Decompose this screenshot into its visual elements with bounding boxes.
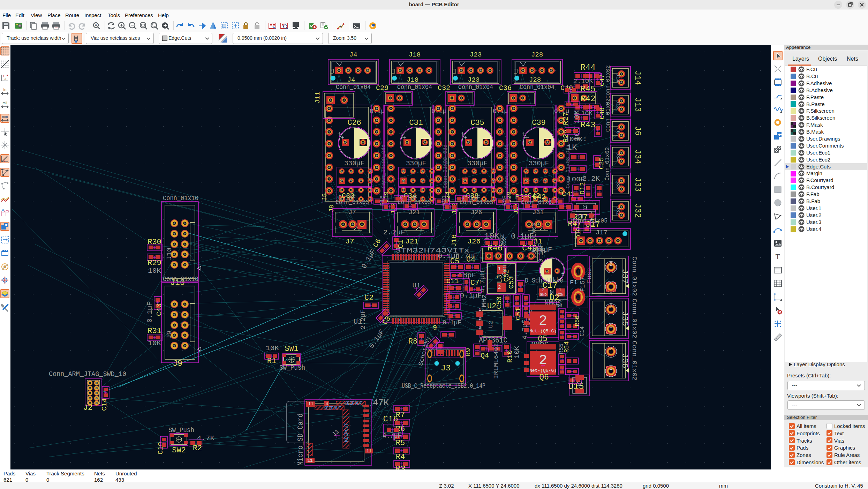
svg-text:+: + — [561, 271, 565, 277]
svg-text:2.2µF: 2.2µF — [359, 309, 367, 329]
svg-text:C36: C36 — [499, 84, 512, 92]
svg-text:C51: C51 — [514, 308, 522, 320]
svg-text:100K:: 100K: — [565, 135, 587, 143]
svg-text:J35: J35 — [620, 311, 629, 326]
svg-text:KEEPOUT: KEEPOUT — [344, 423, 349, 442]
svg-text:330µF: 330µF — [467, 159, 488, 167]
svg-text:SW_Push: SW_Push — [168, 426, 194, 434]
svg-text:SW2: SW2 — [172, 446, 186, 455]
svg-text:10K: 10K — [148, 339, 161, 347]
svg-text:R44: R44 — [580, 63, 595, 72]
svg-text:J3: J3 — [441, 363, 451, 373]
svg-text:J7: J7 — [345, 238, 354, 246]
svg-text:J18: J18 — [409, 51, 421, 59]
svg-text:r: r — [3, 74, 4, 77]
svg-text:1: 1 — [576, 269, 580, 277]
svg-text:J33: J33 — [633, 177, 642, 191]
svg-text:2: 2 — [610, 262, 612, 267]
svg-text:J10: J10 — [165, 248, 173, 260]
svg-text:J13: J13 — [615, 100, 621, 109]
svg-text:J14: J14 — [615, 73, 621, 82]
svg-text:J31: J31 — [533, 209, 544, 216]
svg-text:J37: J37 — [620, 269, 629, 284]
svg-text:C39: C39 — [532, 119, 546, 127]
svg-text:in: in — [3, 88, 7, 92]
svg-text:R45: R45 — [580, 84, 595, 94]
svg-text:KEEPOUT: KEEPOUT — [324, 406, 341, 411]
svg-text:J28: J28 — [529, 76, 541, 84]
svg-text:J34: J34 — [615, 152, 621, 161]
svg-text:R27: R27 — [562, 112, 570, 125]
svg-text:C5: C5 — [450, 257, 459, 266]
svg-text:R43: R43 — [580, 120, 595, 130]
svg-text:R4: R4 — [396, 453, 405, 461]
svg-text:J23: J23 — [470, 51, 482, 59]
svg-text:9: 9 — [433, 324, 437, 332]
svg-text:J13: J13 — [633, 97, 642, 112]
svg-text:C4: C4 — [466, 255, 475, 264]
svg-text:IRLML6402: IRLML6402 — [492, 343, 500, 379]
svg-text:J34: J34 — [633, 149, 642, 164]
svg-text:2: 2 — [478, 316, 481, 321]
svg-text:R29: R29 — [148, 259, 161, 268]
svg-text:330µF: 330µF — [529, 159, 549, 167]
svg-text:F1: F1 — [570, 279, 578, 286]
svg-text:1K: 1K — [567, 143, 577, 152]
svg-text:x02: x02 — [501, 237, 508, 248]
svg-text:Conn: Conn — [501, 261, 508, 276]
svg-text:C14: C14 — [100, 398, 108, 411]
svg-text:J33: J33 — [615, 180, 621, 189]
svg-text:J14: J14 — [633, 70, 642, 85]
svg-text:mil: mil — [3, 101, 7, 105]
svg-text:2: 2 — [610, 346, 612, 352]
svg-text:2: 2 — [542, 287, 545, 293]
svg-text:Net-(Q5-G): Net-(Q5-G) — [529, 329, 557, 334]
svg-text:1: 1 — [498, 266, 501, 272]
svg-text:Conn_01x02: Conn_01x02 — [604, 147, 611, 181]
svg-text:Conn_01x10: Conn_01x10 — [163, 194, 198, 202]
svg-text:Conn_ARM_JTAG_SWD_10: Conn_ARM_JTAG_SWD_10 — [49, 370, 126, 378]
svg-text:2.10K: 2.10K — [573, 77, 593, 85]
svg-text:C14: C14 — [579, 326, 586, 337]
svg-text:C31: C31 — [409, 119, 423, 127]
svg-text:R30: R30 — [148, 238, 161, 247]
svg-text:330µF: 330µF — [344, 159, 364, 167]
svg-text:0.1µF: 0.1µF — [338, 194, 356, 202]
svg-text:1: 1 — [478, 307, 481, 312]
svg-text:C11: C11 — [446, 277, 459, 285]
svg-text:J17: J17 — [596, 229, 607, 236]
svg-text:Conn_01x05: Conn_01x05 — [573, 217, 607, 225]
svg-text:100µF: 100µF — [531, 246, 552, 254]
svg-text:0.1µF: 0.1µF — [146, 302, 154, 323]
svg-text:Conn_01x08_Odd: Conn_01x08_Odd — [504, 144, 510, 188]
svg-text:GND: GND — [540, 293, 547, 297]
svg-text:J11: J11 — [314, 92, 322, 104]
svg-text:J5: J5 — [321, 193, 328, 201]
svg-text:C50: C50 — [495, 296, 503, 309]
svg-text:Conn_01x08_Odd: Conn_01x08_Odd — [443, 144, 448, 188]
svg-text:C1: C1 — [397, 240, 405, 248]
svg-text:3: 3 — [478, 325, 481, 330]
svg-text:T: T — [776, 253, 780, 261]
svg-text:Conn_01x10: Conn_01x10 — [163, 275, 198, 283]
svg-text:C29: C29 — [376, 84, 388, 92]
svg-text:Conn_01x02: Conn_01x02 — [631, 299, 638, 338]
svg-text:4.7µH: 4.7µH — [478, 271, 486, 293]
svg-text:J28: J28 — [531, 51, 543, 59]
svg-text:Conn_01x08_Odd: Conn_01x08_Odd — [381, 144, 387, 188]
svg-text:47K: 47K — [373, 398, 389, 408]
svg-text:J18: J18 — [407, 76, 418, 84]
svg-text:R21: R21 — [441, 195, 447, 206]
svg-text:J21: J21 — [409, 209, 420, 216]
svg-text:mm: mm — [2, 115, 8, 119]
svg-text:R25: R25 — [501, 195, 508, 206]
svg-text:J9: J9 — [173, 359, 182, 368]
svg-text:J9: J9 — [165, 331, 173, 339]
svg-text:R18: R18 — [379, 195, 386, 206]
svg-text:Q6: Q6 — [539, 373, 549, 382]
svg-text:2.2K: 2.2K — [582, 175, 600, 183]
svg-text:0.1µF: 0.1µF — [443, 319, 461, 326]
svg-text:C26: C26 — [347, 119, 361, 127]
svg-text:11: 11 — [308, 401, 314, 407]
svg-text:10K: 10K — [573, 110, 581, 123]
